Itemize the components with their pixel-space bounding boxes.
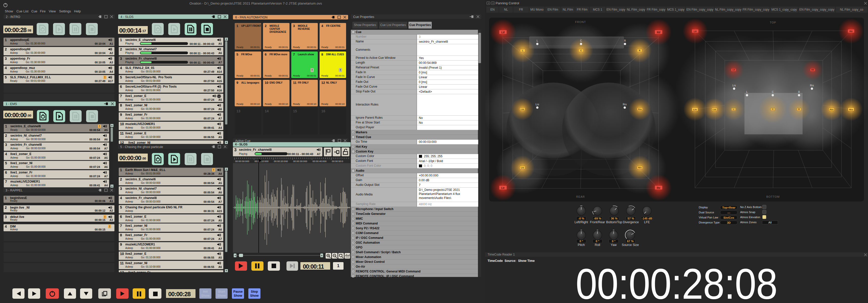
svg-text:Atmos Zones: Atmos Zones bbox=[740, 221, 756, 224]
svg-text:Ltr: Ltr bbox=[501, 187, 504, 189]
svg-text:-69 %: -69 % bbox=[594, 217, 601, 220]
svg-text:Ltf: Ltf bbox=[501, 31, 505, 34]
svg-text:Left/Right: Left/Right bbox=[575, 221, 588, 224]
svg-text:Lss: Lss bbox=[713, 108, 716, 110]
svg-text:Rtr: Rtr bbox=[657, 187, 660, 189]
svg-text:L: L bbox=[536, 39, 538, 42]
svg-text:Sin/Cos: Sin/Cos bbox=[723, 216, 734, 219]
svg-text:R: R bbox=[798, 108, 800, 110]
svg-text:0 °: 0 ° bbox=[596, 240, 599, 243]
svg-text:Rtf: Rtf bbox=[657, 31, 660, 34]
svg-text:Display: Display bbox=[699, 206, 708, 209]
svg-text:C: C bbox=[580, 49, 582, 52]
svg-text:Rrs: Rrs bbox=[638, 166, 642, 169]
svg-text:C: C bbox=[580, 39, 582, 42]
svg-text:Atmos Elevation: Atmos Elevation bbox=[740, 215, 760, 219]
svg-text:REAR: REAR bbox=[576, 195, 585, 198]
svg-text:57 %: 57 % bbox=[627, 217, 634, 220]
svg-text:Front/Rear: Front/Rear bbox=[590, 221, 605, 224]
svg-text:Rss: Rss bbox=[830, 108, 834, 110]
svg-text:Lrs: Lrs bbox=[521, 166, 524, 169]
svg-text:Rrs: Rrs bbox=[810, 84, 814, 87]
svg-text:---: --- bbox=[727, 211, 730, 214]
svg-text:Divergence: Divergence bbox=[623, 221, 639, 224]
svg-text:Atmos Snap: Atmos Snap bbox=[740, 211, 755, 213]
svg-text:Ltr: Ltr bbox=[694, 30, 697, 33]
svg-text:Lss: Lss bbox=[521, 108, 524, 110]
svg-text:0 °: 0 ° bbox=[580, 240, 583, 243]
svg-text:Dual Source: Dual Source bbox=[699, 211, 714, 214]
svg-text:Rss: Rss bbox=[638, 108, 642, 110]
svg-text:Yaw: Yaw bbox=[611, 243, 617, 247]
svg-text:Ltf: Ltf bbox=[732, 69, 735, 71]
svg-text:Lrs: Lrs bbox=[693, 108, 697, 111]
svg-text:-145 dB: -145 dB bbox=[642, 217, 652, 220]
svg-text:All: All bbox=[769, 221, 772, 224]
svg-text:No Z Axis Bottom: No Z Axis Bottom bbox=[740, 205, 762, 209]
svg-text:R: R bbox=[798, 91, 800, 94]
svg-text:BOTTOM: BOTTOM bbox=[767, 195, 780, 198]
svg-text:67 %: 67 % bbox=[627, 240, 633, 243]
svg-text:Lrs: Lrs bbox=[732, 84, 736, 87]
svg-text:R: R bbox=[639, 49, 641, 52]
svg-text:L: L bbox=[522, 49, 523, 52]
svg-text:Virtual Pan Law: Virtual Pan Law bbox=[699, 216, 718, 219]
svg-text:3D: 3D bbox=[727, 221, 731, 224]
svg-text:Divergence Type: Divergence Type bbox=[699, 221, 719, 224]
svg-text:C: C bbox=[772, 91, 774, 94]
svg-text:Rrs: Rrs bbox=[849, 108, 853, 111]
svg-text:L: L bbox=[733, 108, 734, 110]
svg-text:Roll: Roll bbox=[595, 243, 600, 247]
svg-text:Rtr: Rtr bbox=[849, 30, 853, 33]
svg-text:36 %: 36 % bbox=[611, 217, 617, 220]
svg-text:-0 %: -0 % bbox=[578, 217, 584, 220]
svg-text:L: L bbox=[746, 91, 748, 94]
svg-text:C: C bbox=[772, 108, 774, 110]
svg-text:0 °: 0 ° bbox=[612, 240, 616, 243]
svg-text:Rrs: Rrs bbox=[623, 103, 627, 106]
svg-text:Bottom/Top: Bottom/Top bbox=[606, 221, 622, 224]
svg-text:Source Size: Source Size bbox=[622, 243, 639, 247]
svg-text:TOP: TOP bbox=[770, 21, 776, 24]
svg-text:Pitch: Pitch bbox=[578, 243, 585, 247]
svg-text:R: R bbox=[624, 39, 626, 42]
svg-text:Lrs: Lrs bbox=[535, 103, 539, 106]
svg-text:LFE: LFE bbox=[644, 221, 650, 224]
svg-text:Rtf: Rtf bbox=[811, 69, 814, 71]
svg-text:Top+Rear: Top+Rear bbox=[722, 206, 736, 209]
